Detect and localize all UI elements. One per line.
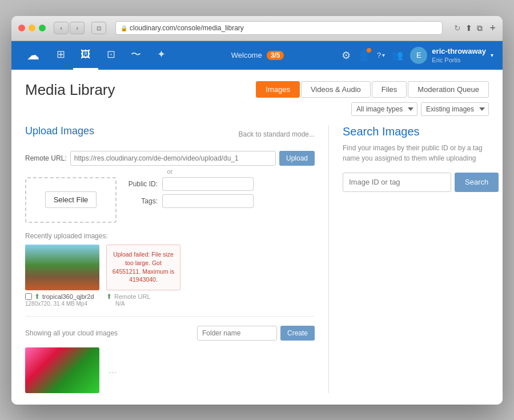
two-column-layout: Upload Images Back to standard mode... R… [25, 125, 489, 393]
folder-name-input[interactable] [197, 326, 277, 341]
upload-section-title: Upload Images [25, 125, 94, 137]
expand-button[interactable]: ⧉ [477, 23, 483, 33]
lock-icon: 🔒 [121, 25, 127, 31]
tags-row: Tags: [123, 194, 254, 208]
left-column: Upload Images Back to standard mode... R… [25, 125, 329, 393]
user-subtitle: Eric Portis [432, 57, 486, 63]
browser-window: ‹ › ⊡ 🔒 cloudinary.com/console/media_lib… [11, 16, 503, 405]
tags-label: Tags: [123, 197, 158, 205]
thumb-info-1: ⬆ tropical360_qjbr2d [25, 293, 99, 301]
username: eric-throwaway [432, 47, 486, 57]
thumbnail-1[interactable] [25, 245, 99, 290]
more-icon: ... [109, 364, 117, 376]
back-to-standard-link[interactable]: Back to standard mode... [239, 130, 315, 138]
remote-url-input[interactable] [70, 151, 276, 166]
public-id-row: Public ID: [123, 177, 254, 191]
failed-text: Upload failed: File size too large. Got … [111, 250, 175, 284]
form-fields: Public ID: Tags: [123, 177, 254, 208]
minimize-button[interactable] [29, 25, 35, 31]
image-type-filter[interactable]: All image types [351, 102, 417, 116]
share-button[interactable]: ⬆ [465, 23, 472, 33]
close-button[interactable] [18, 25, 25, 31]
users-icon[interactable]: 👥 [392, 50, 403, 61]
public-id-input[interactable] [162, 177, 254, 191]
create-folder-button[interactable]: Create [280, 326, 315, 341]
settings-icon[interactable]: ⚙ [342, 49, 351, 62]
tab-row: Images Videos & Audio Files Moderation Q… [256, 81, 489, 98]
nav-puzzle-icon[interactable]: ✦ [148, 41, 174, 70]
search-description: Find your images by their public ID or b… [343, 143, 489, 163]
thumb-meta-1: 1280x720, 31.4 MB Mp4 [25, 301, 99, 307]
search-input[interactable] [343, 173, 451, 192]
drop-zone[interactable]: Select File [25, 177, 117, 223]
user-avatar: E [410, 47, 427, 64]
tab-files[interactable]: Files [372, 81, 407, 98]
nav-icons: ⊞ 🖼 ⊡ 〜 ✦ [48, 41, 174, 70]
thumb-checkbox-1[interactable] [25, 293, 32, 300]
search-button[interactable]: Search [455, 173, 499, 192]
tab-moderation[interactable]: Moderation Queue [408, 81, 489, 98]
remote-url-label: Remote URL: [25, 154, 67, 162]
user-section[interactable]: E eric-throwaway Eric Portis ▾ [410, 47, 493, 64]
cloud-images-row: ... [25, 347, 315, 393]
upload-button[interactable]: Upload [279, 151, 315, 166]
nav-bar: ☁ ⊞ 🖼 ⊡ 〜 ✦ Welcome 3/5 ⚙ 👤 ? ▾ 👥 E [11, 41, 503, 70]
help-button[interactable]: ? ▾ [377, 51, 385, 59]
user-info: eric-throwaway Eric Portis [432, 47, 486, 63]
failed-upload-box: Upload failed: File size too large. Got … [106, 245, 180, 290]
nav-dashboard-icon[interactable]: ⊞ [48, 41, 73, 70]
recent-item-2: Upload failed: File size too large. Got … [106, 245, 180, 307]
right-column: Search Images Find your images by their … [329, 125, 489, 393]
fullscreen-button[interactable] [39, 25, 46, 31]
help-icon: ? [377, 51, 381, 59]
nav-chart-icon[interactable]: 〜 [123, 41, 148, 70]
page-title: Media Library [25, 81, 115, 99]
notification-dot [367, 48, 371, 53]
tags-input[interactable] [162, 194, 254, 208]
nav-actions: ⚙ 👤 ? ▾ 👥 E eric-throwaway Eric Portis ▾ [342, 47, 493, 64]
content-area: Media Library Images Videos & Audio File… [11, 70, 503, 405]
existing-filter[interactable]: Existing images [421, 102, 489, 116]
logo[interactable]: ☁ [21, 43, 46, 68]
upload-section: Upload Images Back to standard mode... R… [25, 125, 315, 223]
filter-row: All image types Existing images [351, 102, 489, 116]
back-button[interactable]: ‹ [54, 22, 69, 34]
nav-buttons: ‹ › [54, 22, 85, 34]
showing-label: Showing all your cloud images [25, 329, 118, 337]
cloud-image-1[interactable] [25, 347, 99, 393]
traffic-lights [18, 25, 46, 31]
new-tab-button[interactable]: + [489, 22, 496, 34]
recently-label: Recently uploaded images: [25, 232, 315, 240]
reload-button[interactable]: ↻ [454, 23, 461, 33]
folder-row: Create [197, 326, 315, 341]
bottom-header: Showing all your cloud images Create [25, 326, 315, 341]
title-bar: ‹ › ⊡ 🔒 cloudinary.com/console/media_lib… [11, 16, 503, 41]
forward-button[interactable]: › [70, 22, 85, 34]
notifications-icon[interactable]: 👤 [358, 49, 370, 62]
user-dropdown-icon: ▾ [491, 52, 493, 58]
thumb-name-1: tropical360_qjbr2d [42, 293, 94, 300]
more-images-indicator: ... [106, 347, 117, 393]
public-id-label: Public ID: [123, 180, 158, 188]
tab-images[interactable]: Images [256, 81, 300, 98]
tab-view-button[interactable]: ⊡ [91, 22, 106, 34]
search-row: Search [343, 173, 489, 192]
failed-meta: ⬆ Remote URL [106, 293, 180, 301]
nav-middle: Welcome 3/5 [174, 51, 342, 60]
failed-name: Remote URL [114, 293, 151, 300]
logo-icon: ☁ [27, 48, 39, 63]
upload-success-icon: ⬆ [34, 293, 40, 301]
failed-meta-info: N/A [115, 301, 180, 307]
header-tabs: Images Videos & Audio Files Moderation Q… [256, 81, 489, 116]
recent-item-1: ⬆ tropical360_qjbr2d 1280x720, 31.4 MB M… [25, 245, 99, 307]
upload-remote-icon: ⬆ [106, 293, 112, 301]
remote-url-row: Remote URL: Upload [25, 151, 315, 166]
nav-transform-icon[interactable]: ⊡ [98, 41, 123, 70]
url-bar[interactable]: 🔒 cloudinary.com/console/media_library [115, 21, 443, 35]
nav-media-icon[interactable]: 🖼 [73, 41, 98, 70]
upload-area: Select File Public ID: Tags: [25, 177, 315, 223]
select-file-button[interactable]: Select File [45, 191, 97, 208]
help-dropdown-icon: ▾ [382, 52, 385, 58]
tab-videos-audio[interactable]: Videos & Audio [301, 81, 371, 98]
content-header: Media Library Images Videos & Audio File… [25, 81, 489, 116]
